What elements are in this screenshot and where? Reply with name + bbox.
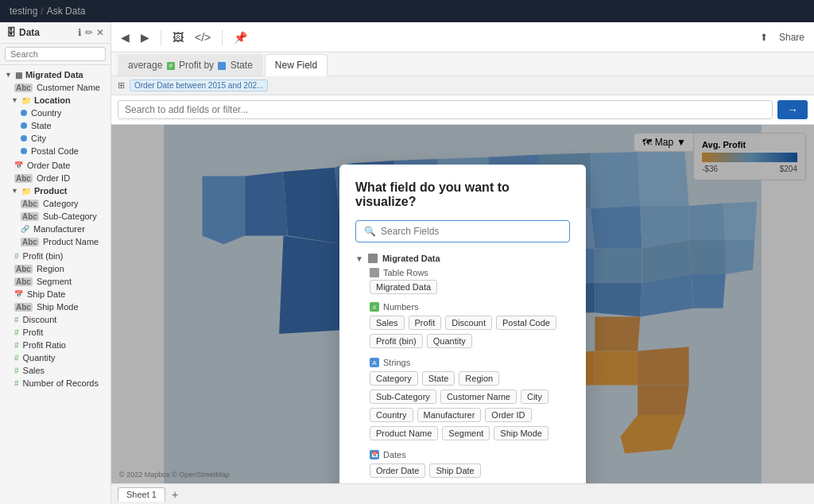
- field-tag-segment[interactable]: Segment: [442, 426, 490, 440]
- location-icon: 📁: [21, 96, 31, 105]
- info-icon[interactable]: ℹ: [78, 27, 82, 38]
- abc-icon: Abc: [14, 303, 33, 312]
- sidebar-group-header-product[interactable]: ▼ 📁 Product: [0, 184, 110, 197]
- sidebar-item-region[interactable]: Abc Region: [0, 262, 110, 275]
- sidebar-item-sales[interactable]: # Sales: [0, 364, 110, 377]
- share-icon[interactable]: ⬆: [757, 30, 771, 45]
- table-rows-icon: [370, 268, 379, 277]
- sidebar-item-ship-date[interactable]: 📅 Ship Date: [0, 288, 110, 300]
- filter-tag[interactable]: Order Date between 2015 and 202...: [130, 79, 268, 91]
- group-label: Migrated Data: [25, 70, 83, 79]
- sidebar-item-product-name[interactable]: Abc Product Name: [0, 235, 110, 248]
- geo-icon: [21, 110, 27, 116]
- abc-icon: Abc: [21, 212, 39, 221]
- modal-title: What field do you want to visualize?: [355, 180, 570, 209]
- image-button[interactable]: 🖼: [169, 29, 187, 45]
- hash-green-icon: #: [14, 341, 19, 350]
- ask-submit-button[interactable]: →: [777, 100, 808, 119]
- hash-green-icon: #: [14, 316, 19, 324]
- pin-button[interactable]: 📌: [231, 29, 250, 45]
- sidebar-group-header-migrated[interactable]: ▼ ▦ Migrated Data: [0, 68, 110, 81]
- tab-new-field[interactable]: New Field: [265, 54, 328, 76]
- field-tag-product-name[interactable]: Product Name: [370, 426, 438, 440]
- sidebar-item-country[interactable]: Country: [0, 107, 110, 119]
- modal-subsection-dates: 📅 Dates Order Date Ship Date: [355, 450, 570, 478]
- strings-header: A Strings: [355, 358, 570, 367]
- dates-tags: Order Date Ship Date: [355, 463, 570, 478]
- field-tag-sales[interactable]: Sales: [370, 316, 405, 330]
- toolbar-separator: [161, 29, 161, 45]
- toolbar: ◀ ▶ 🖼 </> 📌 ⬆ Share: [111, 22, 814, 52]
- map-area: Mexico 🗺 Map ▼ Avg. Profit -$36 $204 © 2…: [111, 125, 814, 483]
- numbers-header: # Numbers: [355, 302, 570, 312]
- sidebar-item-customer-name[interactable]: Abc Customer Name: [0, 81, 110, 94]
- geo-icon: [21, 135, 27, 142]
- sidebar-item-profit-bin[interactable]: # Profit (bin): [0, 250, 110, 262]
- share-button[interactable]: Share: [776, 30, 808, 45]
- field-tag-order-id[interactable]: Order ID: [485, 408, 531, 422]
- sidebar-item-city[interactable]: City: [0, 132, 110, 145]
- hash-green-icon: #: [14, 354, 19, 362]
- sidebar-title: 🗄 Data: [6, 27, 40, 38]
- bottom-bar: Sheet 1 +: [111, 483, 814, 504]
- sidebar-item-sub-category[interactable]: Abc Sub-Category: [0, 210, 110, 223]
- sidebar-group-location: ▼ 📁 Location Country State City: [0, 94, 110, 157]
- page-name: Ask Data: [47, 6, 86, 17]
- field-tag-postal-code[interactable]: Postal Code: [496, 316, 556, 330]
- field-tag-category[interactable]: Category: [370, 371, 418, 386]
- field-tag-country[interactable]: Country: [370, 408, 413, 422]
- new-sheet-button[interactable]: +: [172, 488, 178, 501]
- edit-icon[interactable]: ✏: [85, 27, 93, 38]
- sidebar-item-order-date[interactable]: 📅 Order Date: [0, 159, 110, 172]
- field-tag-sub-category[interactable]: Sub-Category: [370, 390, 436, 404]
- sidebar-item-profit-ratio[interactable]: # Profit Ratio: [0, 339, 110, 351]
- abc-icon: Abc: [14, 277, 33, 286]
- sidebar-group-migrated: ▼ ▦ Migrated Data Abc Customer Name ▼ 📁 …: [0, 68, 110, 390]
- field-tag-state[interactable]: State: [422, 371, 455, 386]
- field-tag-order-date[interactable]: Order Date: [370, 463, 425, 478]
- strings-icon: A: [370, 358, 379, 367]
- sidebar-search-input[interactable]: [5, 47, 106, 61]
- filter-bar: ⊞ Order Date between 2015 and 202...: [111, 76, 814, 95]
- tab-average[interactable]: average # Profit by State: [118, 54, 263, 76]
- field-tag-quantity[interactable]: Quantity: [427, 334, 472, 348]
- table-icon: ▦: [15, 71, 22, 79]
- sidebar-item-state[interactable]: State: [0, 119, 110, 132]
- field-tag-migrated-data[interactable]: Migrated Data: [370, 280, 437, 294]
- sidebar-item-ship-mode[interactable]: Abc Ship Mode: [0, 300, 110, 313]
- table-rows-header: Table Rows: [355, 268, 570, 277]
- field-tag-ship-date[interactable]: Ship Date: [429, 463, 480, 478]
- field-tag-manufacturer[interactable]: Manufacturer: [417, 408, 482, 422]
- field-tag-profit[interactable]: Profit: [409, 316, 442, 330]
- field-tag-region[interactable]: Region: [459, 371, 499, 386]
- field-tag-customer-name[interactable]: Customer Name: [440, 390, 517, 404]
- back-button[interactable]: ◀: [118, 29, 133, 45]
- sidebar-item-postal-code[interactable]: Postal Code: [0, 145, 110, 157]
- field-tag-ship-mode[interactable]: Ship Mode: [494, 426, 548, 440]
- sidebar-item-quantity[interactable]: # Quantity: [0, 351, 110, 364]
- numbers-icon: #: [370, 302, 379, 312]
- sidebar-item-discount[interactable]: # Discount: [0, 313, 110, 326]
- arrow-icon: ▼: [11, 96, 18, 104]
- field-tag-discount[interactable]: Discount: [445, 316, 492, 330]
- forward-button[interactable]: ▶: [138, 29, 153, 45]
- ask-field-input[interactable]: [118, 100, 773, 119]
- modal-section-header-migrated[interactable]: ▼ Migrated Data: [355, 254, 570, 263]
- sidebar-item-order-id[interactable]: Abc Order ID: [0, 172, 110, 184]
- sidebar-item-segment[interactable]: Abc Segment: [0, 275, 110, 288]
- close-sidebar-icon[interactable]: ✕: [96, 27, 104, 38]
- code-button[interactable]: </>: [192, 29, 214, 45]
- field-tag-city[interactable]: City: [521, 390, 548, 404]
- modal-search-input[interactable]: [381, 226, 561, 237]
- sidebar-group-header-location[interactable]: ▼ 📁 Location: [0, 94, 110, 107]
- sidebar-item-number-of-records[interactable]: # Number of Records: [0, 377, 110, 390]
- sheet-tab-1[interactable]: Sheet 1: [118, 487, 165, 502]
- field-tag-profit-bin[interactable]: Profit (bin): [370, 334, 423, 348]
- sidebar-item-category[interactable]: Abc Category: [0, 197, 110, 210]
- modal-search-box: 🔍: [355, 220, 570, 242]
- geo-icon: [21, 148, 27, 154]
- toolbar-separator-2: [222, 29, 223, 45]
- sidebar-item-manufacturer[interactable]: 🔗 Manufacturer: [0, 223, 110, 235]
- sidebar-item-profit[interactable]: # Profit: [0, 326, 110, 339]
- content-area: ◀ ▶ 🖼 </> 📌 ⬆ Share average # Profit by …: [111, 22, 814, 504]
